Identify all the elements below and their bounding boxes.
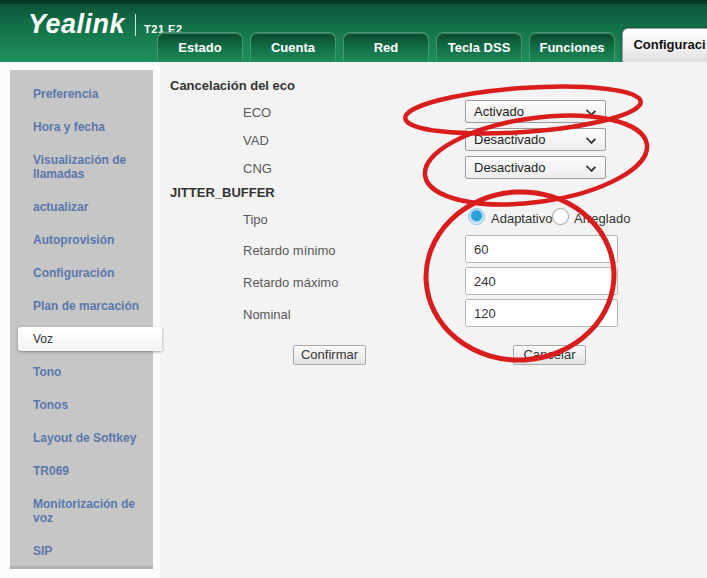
tab-tecla-dss[interactable]: Tecla DSS bbox=[436, 32, 522, 62]
retardo-minimo-input[interactable] bbox=[465, 235, 618, 263]
brand-divider bbox=[135, 14, 136, 36]
sidebar-item-monitorizacion-de-voz[interactable]: Monitorización de voz bbox=[10, 497, 153, 525]
retardo-maximo-input[interactable] bbox=[465, 267, 618, 295]
sidebar-item-tr069[interactable]: TR069 bbox=[10, 464, 153, 478]
adaptativo-radio[interactable] bbox=[468, 208, 485, 225]
eco-select[interactable]: Activado bbox=[465, 100, 606, 123]
sidebar-item-visualizacion-de-llamadas[interactable]: Visualización de llamadas bbox=[10, 153, 153, 181]
sidebar-item-layout-de-softkey[interactable]: Layout de Softkey bbox=[10, 431, 153, 445]
tab-bar: Estado Cuenta Red Tecla DSS Funciones Co… bbox=[157, 0, 707, 62]
brand-name: Yealink bbox=[28, 9, 125, 39]
cancel-button[interactable]: Cancelar bbox=[513, 345, 586, 365]
tab-red[interactable]: Red bbox=[343, 32, 429, 62]
chevron-down-icon bbox=[586, 106, 596, 116]
sidebar-item-preferencia[interactable]: Preferencia bbox=[10, 87, 153, 101]
chevron-down-icon bbox=[586, 134, 596, 144]
arreglado-radio-label: Arreglado bbox=[574, 211, 630, 226]
eco-select-value: Activado bbox=[474, 104, 524, 119]
tab-estado[interactable]: Estado bbox=[157, 32, 243, 62]
sidebar-item-tonos[interactable]: Tonos bbox=[10, 398, 153, 412]
cng-label: CNG bbox=[243, 161, 272, 176]
sidebar-item-configuracion[interactable]: Configuración bbox=[10, 266, 153, 280]
retardo-maximo-label: Retardo máximo bbox=[243, 275, 338, 290]
cng-select-value: Desactivado bbox=[474, 160, 546, 175]
sidebar-item-plan-de-marcacion[interactable]: Plan de marcación bbox=[10, 299, 153, 313]
sidebar-item-hora-y-fecha[interactable]: Hora y fecha bbox=[10, 120, 153, 134]
tipo-label: Tipo bbox=[243, 212, 268, 227]
sidebar-item-voz[interactable]: Voz bbox=[18, 327, 162, 351]
voice-settings-panel: Cancelación del eco ECO Activado VAD Des… bbox=[160, 62, 707, 578]
nominal-input[interactable] bbox=[465, 299, 618, 327]
adaptativo-radio-label: Adaptativo bbox=[491, 211, 552, 226]
echo-cancellation-section-title: Cancelación del eco bbox=[170, 78, 295, 93]
vad-label: VAD bbox=[243, 133, 269, 148]
header-bar: Yealink T21 E2 Estado Cuenta Red Tecla D… bbox=[0, 0, 707, 62]
cng-select[interactable]: Desactivado bbox=[465, 156, 606, 179]
sidebar-item-actualizar[interactable]: actualizar bbox=[10, 200, 153, 214]
sidebar-nav: Preferencia Hora y fecha Visualización d… bbox=[10, 70, 153, 569]
nominal-label: Nominal bbox=[243, 307, 291, 322]
retardo-minimo-label: Retardo mínimo bbox=[243, 243, 335, 258]
sidebar-item-sip[interactable]: SIP bbox=[10, 544, 153, 558]
eco-label: ECO bbox=[243, 105, 271, 120]
sidebar-item-tono[interactable]: Tono bbox=[10, 365, 153, 379]
tab-cuenta[interactable]: Cuenta bbox=[250, 32, 336, 62]
arreglado-radio[interactable] bbox=[552, 208, 569, 225]
sidebar-item-autoprovision[interactable]: Autoprovisión bbox=[10, 233, 153, 247]
vad-select-value: Desactivado bbox=[474, 132, 546, 147]
vad-select[interactable]: Desactivado bbox=[465, 128, 606, 151]
tab-configuracion[interactable]: Configuraci bbox=[622, 28, 707, 62]
confirm-button[interactable]: Confirmar bbox=[293, 345, 366, 365]
jitter-buffer-section-title: JITTER_BUFFER bbox=[170, 185, 275, 200]
chevron-down-icon bbox=[586, 162, 596, 172]
tab-funciones[interactable]: Funciones bbox=[529, 32, 615, 62]
